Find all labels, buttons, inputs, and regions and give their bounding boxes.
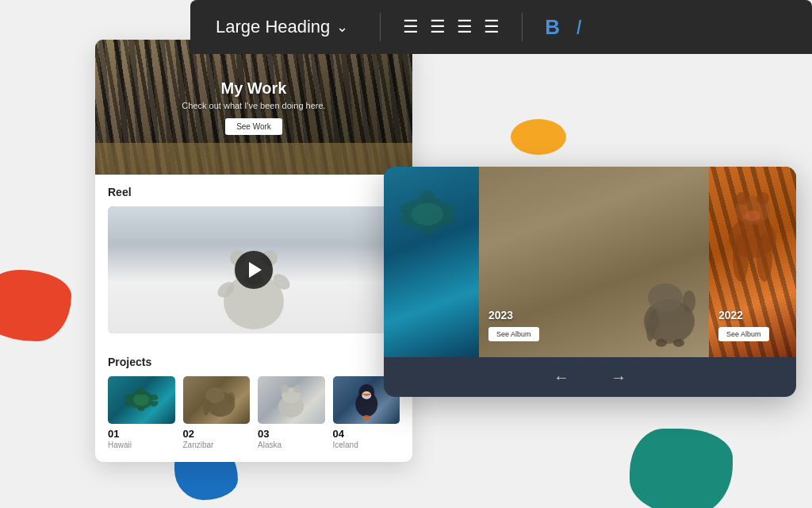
svg-point-27 bbox=[412, 203, 443, 225]
hero-cta-button[interactable]: See Work bbox=[225, 118, 282, 135]
align-justify-icon[interactable]: ☰ bbox=[484, 18, 500, 36]
project-name-3: Alaska bbox=[258, 441, 325, 449]
project-name-1: Hawaii bbox=[108, 441, 175, 449]
hero-section: My Work Check out what I've been doing h… bbox=[95, 40, 412, 175]
project-item-hawaii: 01 Hawaii bbox=[108, 376, 175, 449]
align-center-icon[interactable]: ☰ bbox=[430, 18, 446, 36]
see-album-button-2022[interactable]: See Album bbox=[718, 327, 769, 341]
album-card-tiger: 2022 See Album bbox=[709, 167, 796, 357]
hero-content: My Work Check out what I've been doing h… bbox=[95, 40, 412, 175]
tablet-album-slider: 2023 See Album 2022 See Album bbox=[384, 167, 796, 357]
bold-button[interactable]: B bbox=[545, 15, 560, 40]
project-item-zanzibar: 02 Zanzibar bbox=[183, 376, 251, 449]
album-year-2023: 2023 bbox=[488, 309, 513, 321]
projects-grid: 01 Hawaii 02 Zanzibar bbox=[108, 376, 400, 449]
project-item-alaska: 03 Alaska bbox=[258, 376, 325, 449]
hero-subtitle: Check out what I've been doing here. bbox=[182, 101, 325, 110]
svg-point-33 bbox=[422, 228, 433, 236]
align-buttons-group: ☰ ☰ ☰ ☰ bbox=[403, 18, 500, 36]
svg-point-42 bbox=[756, 192, 769, 205]
blob-orange-decoration bbox=[511, 119, 566, 155]
play-button[interactable] bbox=[235, 251, 273, 289]
reel-video-player[interactable] bbox=[108, 206, 400, 333]
svg-point-25 bbox=[362, 415, 370, 420]
svg-point-36 bbox=[683, 291, 695, 313]
project-thumb-hawaii bbox=[108, 376, 175, 424]
turtle-icon bbox=[108, 376, 175, 424]
svg-point-41 bbox=[736, 192, 749, 205]
blob-red-decoration bbox=[0, 270, 71, 341]
svg-point-45 bbox=[756, 234, 772, 282]
project-num-4: 04 bbox=[333, 428, 400, 440]
heading-selector[interactable]: Large Heading ⌄ bbox=[206, 10, 358, 44]
tablet-navigation: ← → bbox=[384, 357, 796, 397]
project-name-4: Iceland bbox=[333, 441, 400, 449]
prev-arrow-button[interactable]: ← bbox=[541, 362, 582, 393]
project-num-2: 02 bbox=[183, 428, 251, 440]
hero-title: My Work bbox=[221, 79, 287, 98]
album-card-turtle bbox=[384, 167, 479, 357]
svg-point-8 bbox=[133, 394, 149, 406]
align-right-icon[interactable]: ☰ bbox=[457, 18, 473, 36]
elephant-big-silhouette bbox=[638, 262, 701, 357]
toolbar-divider-2 bbox=[522, 13, 523, 41]
project-thumb-alaska bbox=[258, 376, 325, 424]
tablet-preview-card: 2023 See Album 2022 See Album ← → bbox=[384, 167, 796, 397]
align-left-icon[interactable]: ☰ bbox=[403, 18, 419, 36]
album-year-2022: 2022 bbox=[718, 309, 743, 321]
project-thumb-zanzibar bbox=[183, 376, 251, 424]
next-arrow-button[interactable]: → bbox=[598, 362, 639, 393]
formatting-toolbar: Large Heading ⌄ ☰ ☰ ☰ ☰ B I bbox=[190, 0, 812, 54]
projects-label: Projects bbox=[108, 356, 400, 368]
svg-point-21 bbox=[293, 385, 301, 393]
toolbar-divider bbox=[380, 13, 381, 41]
italic-button[interactable]: I bbox=[576, 15, 581, 40]
svg-point-14 bbox=[138, 407, 144, 411]
reel-label: Reel bbox=[108, 186, 400, 198]
project-num-1: 01 bbox=[108, 428, 175, 440]
turtle-big-silhouette bbox=[392, 183, 463, 246]
svg-point-20 bbox=[281, 385, 289, 393]
projects-section: Projects bbox=[95, 344, 412, 462]
chevron-down-icon: ⌄ bbox=[336, 18, 348, 36]
svg-point-17 bbox=[227, 392, 235, 405]
blob-teal-decoration bbox=[630, 429, 733, 508]
project-name-2: Zanzibar bbox=[183, 441, 251, 449]
play-triangle-icon bbox=[249, 262, 262, 278]
svg-point-9 bbox=[136, 388, 146, 394]
svg-point-38 bbox=[656, 339, 667, 347]
svg-point-28 bbox=[419, 190, 435, 203]
heading-type-label: Large Heading bbox=[216, 17, 330, 37]
project-num-3: 03 bbox=[258, 428, 325, 440]
website-preview-card: My Work Check out what I've been doing h… bbox=[95, 40, 412, 462]
see-album-button-2023[interactable]: See Album bbox=[488, 327, 539, 341]
svg-point-35 bbox=[648, 283, 683, 312]
album-card-elephant: 2023 See Album bbox=[479, 167, 709, 357]
svg-point-43 bbox=[745, 210, 760, 221]
svg-point-44 bbox=[733, 234, 749, 282]
svg-point-37 bbox=[673, 339, 684, 347]
reel-section: Reel bbox=[95, 175, 412, 344]
